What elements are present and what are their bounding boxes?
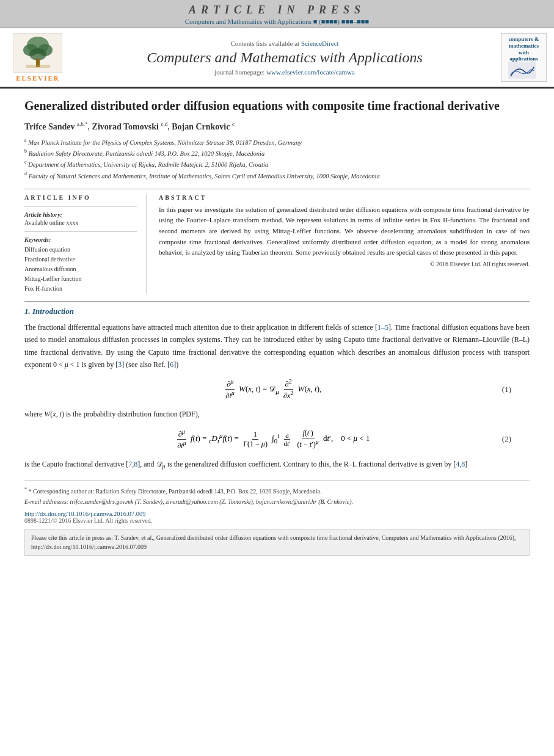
divider-info [24, 206, 137, 206]
aip-banner-title: ARTICLE IN PRESS [0, 4, 554, 16]
page: ARTICLE IN PRESS Computers and Mathemati… [0, 0, 554, 756]
keyword-diffusion-eq: Diffusion equation [24, 245, 137, 255]
homepage-url[interactable]: www.elsevier.com/locate/camwa [266, 68, 355, 76]
footnote-star: * * Corresponding author at: Radiation S… [24, 486, 530, 496]
sciencedirect-anchor[interactable]: ScienceDirect [301, 40, 339, 47]
eq1-frac: ∂μ ∂tμ [225, 378, 236, 401]
history-value: Available online xxxx [24, 219, 137, 226]
abstract-column: ABSTRACT In this paper we investigate th… [159, 194, 530, 294]
main-content: Generalized distributed order diffusion … [0, 89, 554, 568]
divider-keywords [24, 231, 137, 231]
eq2-frac2: 1 Γ(1 − μ) [242, 430, 269, 449]
keywords-label: Keywords: [24, 236, 137, 243]
equation-1-block: ∂μ ∂tμ W(x, t) = 𝒟μ ∂2 ∂x2 W(x, t), (1) [24, 378, 530, 401]
affil-a: a Max Planck Institute for the Physics o… [24, 137, 530, 148]
intro-heading: 1. Introduction [24, 307, 530, 316]
journal-title: Computers and Mathematics with Applicati… [75, 49, 495, 66]
doi-section: http://dx.doi.org/10.1016/j.camwa.2016.0… [24, 511, 530, 517]
article-info-heading: ARTICLE INFO [24, 194, 137, 201]
copyright-notice: © 2016 Elsevier Ltd. All rights reserved… [159, 261, 530, 267]
equation-2: ∂μ ∂tμ f(t) = cDtμf(t) = 1 Γ(1 − μ) ∫0t … [43, 428, 502, 451]
citation-box: Please cite this article in press as: T.… [24, 529, 530, 556]
keyword-fox: Fox H-function [24, 284, 137, 294]
eq2-frac1: ∂μ ∂tμ [176, 428, 187, 451]
citation-text: Please cite this article in press as: T.… [31, 534, 516, 550]
section-divider-2 [24, 301, 530, 302]
issn-line: 0898-1221/© 2016 Elsevier Ltd. All right… [24, 517, 530, 524]
doi-link[interactable]: http://dx.doi.org/10.1016/j.camwa.2016.0… [24, 511, 145, 517]
thumb-graphic [504, 62, 541, 79]
equation-2-block: ∂μ ∂tμ f(t) = cDtμf(t) = 1 Γ(1 − μ) ∫0t … [24, 428, 530, 451]
article-info-column: ARTICLE INFO Article history: Available … [24, 194, 147, 294]
affiliations: a Max Planck Institute for the Physics o… [24, 137, 530, 181]
sciencedirect-link: Contents lists available at ScienceDirec… [75, 40, 495, 47]
journal-thumbnail: computers &mathematicswith applications [501, 33, 547, 82]
eq2-frac4: f(t′) (t − t′)μ [296, 429, 320, 449]
intro-paragraph-3: is the Caputo fractional derivative [7,8… [24, 458, 530, 471]
keyword-mittag: Mittag-Leffler function [24, 274, 137, 284]
keyword-anomalous: Anomalous diffusion [24, 264, 137, 274]
keyword-frac-deriv: Fractional derivative [24, 255, 137, 264]
authors: Trifce Sandev a,b,*, Zivorad Tomovski c,… [24, 121, 530, 132]
aip-banner-subtitle: Computers and Mathematics with Applicati… [0, 18, 554, 25]
eq1-frac2: ∂2 ∂x2 [282, 378, 294, 401]
article-info-abstract: ARTICLE INFO Article history: Available … [24, 194, 530, 294]
footnotes: * * Corresponding author at: Radiation S… [24, 481, 530, 506]
footnote-email: E-mail addresses: trifce.sandev@drs.gov.… [24, 497, 530, 507]
intro-paragraph-1: The fractional differential equations ha… [24, 321, 530, 371]
thumb-journal-title: computers &mathematicswith applications [504, 36, 544, 62]
equation-2-number: (2) [502, 434, 511, 444]
intro-paragraph-2: where W(x, t) is the probability distrib… [24, 408, 530, 420]
ref-1-5[interactable]: 1–5 [377, 323, 388, 332]
elsevier-logo: ELSEVIER [7, 33, 68, 82]
ref-4-8[interactable]: 4,8 [456, 460, 465, 468]
ref-7-8[interactable]: 7,8 [128, 460, 137, 468]
ref-3[interactable]: 3 [118, 360, 122, 369]
introduction-section: 1. Introduction The fractional different… [24, 307, 530, 471]
aip-journal-link[interactable]: Computers and Mathematics with Applicati… [185, 18, 369, 25]
elsevier-brand-text: ELSEVIER [16, 75, 60, 82]
journal-header: ELSEVIER Contents lists available at Sci… [0, 28, 554, 89]
equation-1-number: (1) [502, 385, 511, 394]
eq2-frac3: d dt′ [282, 432, 291, 447]
svg-rect-6 [26, 65, 50, 68]
homepage-link: journal homepage: www.elsevier.com/locat… [75, 68, 495, 76]
history-label: Article history: [24, 211, 137, 218]
aip-banner: ARTICLE IN PRESS Computers and Mathemati… [0, 0, 554, 28]
ref-6[interactable]: 6 [170, 360, 173, 369]
equation-1: ∂μ ∂tμ W(x, t) = 𝒟μ ∂2 ∂x2 W(x, t), [43, 378, 502, 401]
abstract-text: In this paper we investigate the solutio… [159, 205, 530, 258]
abstract-heading: ABSTRACT [159, 194, 530, 201]
journal-info: Contents lists available at ScienceDirec… [75, 40, 495, 76]
affil-c: c Department of Mathematics, University … [24, 159, 530, 170]
affil-b: b Radiation Safety Directorate, Partizan… [24, 148, 530, 159]
affil-d: d Faculty of Natural Sciences and Mathem… [24, 170, 530, 181]
article-title: Generalized distributed order diffusion … [24, 98, 530, 114]
section-divider-1 [24, 189, 530, 189]
elsevier-tree-icon [13, 33, 62, 73]
